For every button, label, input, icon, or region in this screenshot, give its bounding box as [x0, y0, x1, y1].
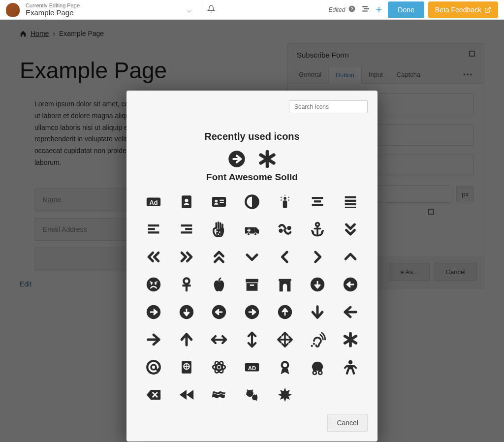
arrow-alt-circle-left-2-icon[interactable] [209, 304, 230, 320]
svg-rect-26 [181, 231, 192, 233]
align-left-icon[interactable] [143, 221, 164, 238]
arrow-right-icon[interactable] [143, 331, 164, 348]
top-bar: Currently Editing Page Example Page ⌵ Ed… [0, 0, 504, 20]
ankh-icon[interactable] [176, 276, 197, 293]
backspace-icon[interactable] [143, 386, 164, 403]
apple-alt-icon[interactable] [209, 276, 230, 293]
svg-rect-21 [148, 224, 159, 226]
svg-rect-44 [246, 279, 258, 283]
baby-carriage-icon[interactable] [307, 359, 328, 376]
svg-point-56 [313, 343, 315, 345]
svg-point-8 [215, 200, 218, 203]
align-center-icon[interactable] [307, 193, 328, 210]
angle-double-left-icon[interactable] [143, 249, 164, 265]
arrow-down-icon[interactable] [307, 304, 328, 320]
add-module-icon[interactable]: + [376, 3, 382, 16]
svg-point-71 [348, 360, 352, 365]
angle-double-right-icon[interactable] [176, 249, 197, 265]
svg-point-32 [254, 233, 257, 236]
separator [203, 0, 203, 20]
beta-feedback-button[interactable]: Beta Feedback [428, 1, 498, 18]
bacteria-icon[interactable] [242, 386, 263, 403]
svg-point-31 [247, 233, 250, 236]
at-icon[interactable] [143, 359, 164, 376]
ad-icon[interactable]: Ad [143, 193, 164, 210]
arrow-alt-circle-left-icon[interactable] [340, 276, 361, 293]
svg-point-35 [279, 229, 283, 233]
svg-rect-19 [345, 203, 356, 205]
address-card-icon[interactable] [209, 193, 230, 210]
search-icons-input[interactable] [289, 100, 368, 113]
done-button[interactable]: Done [388, 1, 424, 18]
svg-rect-18 [345, 200, 356, 202]
svg-rect-15 [314, 200, 321, 202]
svg-rect-45 [247, 283, 258, 291]
allergies-icon[interactable] [209, 221, 230, 238]
angle-double-down-icon[interactable] [340, 221, 361, 238]
angle-right-icon[interactable] [307, 249, 328, 265]
address-book-icon[interactable] [176, 193, 197, 210]
atlas-icon[interactable] [176, 359, 197, 376]
notifications-icon[interactable] [207, 5, 215, 15]
svg-rect-22 [148, 228, 155, 230]
svg-rect-9 [220, 200, 224, 201]
svg-rect-46 [250, 284, 254, 286]
asl-interpreting-icon[interactable] [274, 221, 295, 238]
arrow-left-icon[interactable] [340, 304, 361, 320]
ambulance-icon[interactable] [242, 221, 263, 238]
bahai-icon[interactable] [274, 386, 295, 403]
svg-point-68 [283, 363, 287, 368]
editing-label: Currently Editing Page [26, 2, 80, 8]
svg-rect-25 [185, 228, 192, 230]
svg-rect-42 [186, 283, 188, 291]
arrow-alt-circle-right-icon[interactable] [143, 304, 164, 320]
svg-rect-43 [182, 284, 190, 286]
audio-description-icon[interactable]: AD [242, 359, 263, 376]
outline-icon[interactable] [361, 4, 370, 15]
help-icon[interactable]: ? [348, 5, 355, 14]
asterisk-icon[interactable] [257, 149, 277, 169]
angry-icon[interactable] [143, 276, 164, 293]
angle-down-icon[interactable] [242, 249, 263, 265]
arrow-up-icon[interactable] [176, 331, 197, 348]
edited-label: Edited [328, 6, 345, 13]
angle-up-icon[interactable] [340, 249, 361, 265]
assistive-listening-icon[interactable] [307, 331, 328, 348]
archive-icon[interactable] [242, 276, 263, 293]
align-right-icon[interactable] [176, 221, 197, 238]
award-icon[interactable] [274, 359, 295, 376]
archway-icon[interactable] [274, 276, 295, 293]
icon-grid: AdAD [136, 183, 368, 408]
air-freshener-icon[interactable] [274, 193, 295, 210]
svg-rect-17 [345, 196, 356, 198]
asterisk-icon[interactable] [340, 331, 361, 348]
arrow-circle-right-icon[interactable] [227, 149, 247, 169]
bacon-icon[interactable] [209, 386, 230, 403]
icon-picker-modal: Recently used icons Font Awesome Solid A… [126, 91, 378, 442]
svg-rect-16 [312, 204, 323, 206]
recent-icons-heading: Recently used icons [136, 113, 368, 142]
svg-rect-12 [283, 200, 287, 208]
atom-icon[interactable] [209, 359, 230, 376]
svg-point-55 [311, 345, 313, 347]
modal-cancel-button[interactable]: Cancel [327, 414, 368, 432]
arrow-alt-circle-down-2-icon[interactable] [176, 304, 197, 320]
align-justify-icon[interactable] [340, 193, 361, 210]
arrows-alt-h-icon[interactable] [209, 331, 230, 348]
anchor-icon[interactable] [307, 221, 328, 238]
arrow-alt-circle-up-icon[interactable] [274, 304, 295, 320]
angle-left-icon[interactable] [274, 249, 295, 265]
baby-icon[interactable] [340, 359, 361, 376]
arrows-alt-v-icon[interactable] [242, 331, 263, 348]
font-awesome-heading: Font Awesome Solid [136, 172, 368, 183]
arrow-alt-circle-right-2-icon[interactable] [242, 304, 263, 320]
svg-point-61 [218, 366, 221, 369]
adjust-icon[interactable] [242, 193, 263, 210]
current-page-title: Example Page [26, 8, 80, 17]
backward-icon[interactable] [176, 386, 197, 403]
arrows-alt-icon[interactable] [274, 331, 295, 348]
page-dropdown-icon[interactable]: ⌵ [187, 6, 191, 14]
svg-point-41 [184, 278, 189, 284]
arrow-alt-circle-down-icon[interactable] [307, 276, 328, 293]
angle-double-up-icon[interactable] [209, 249, 230, 265]
